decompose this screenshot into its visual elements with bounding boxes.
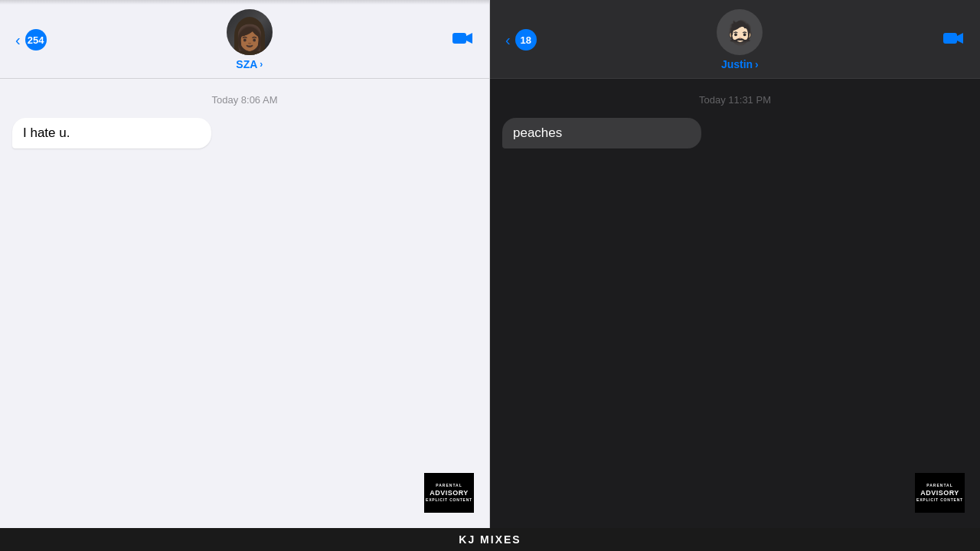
brand-label: KJ MIXES <box>459 533 521 546</box>
left-header: ‹ 254 SZA › <box>0 0 489 79</box>
contact-info-left: SZA › <box>227 9 273 70</box>
message-bubble-right: peaches <box>502 118 701 148</box>
chevron-left-icon: ‹ <box>15 31 21 49</box>
right-chat-panel: ‹ 18 Justin › Today 11:31 <box>490 0 980 528</box>
svg-rect-1 <box>943 33 957 44</box>
contact-name-right[interactable]: Justin › <box>721 58 759 70</box>
timestamp-left: Today 8:06 AM <box>0 94 489 106</box>
parental-advisory-right: PARENTAL ADVISORY EXPLICIT CONTENT <box>915 473 965 513</box>
left-chat-panel: ‹ 254 SZA › <box>0 0 490 528</box>
messages-area-left: I hate u. <box>0 118 489 528</box>
pa-box-left: PARENTAL ADVISORY EXPLICIT CONTENT <box>424 473 474 513</box>
chevron-right-icon-right: › <box>755 58 759 70</box>
timestamp-right: Today 11:31 PM <box>490 94 980 106</box>
back-button-right[interactable]: ‹ 18 <box>505 29 537 51</box>
parental-advisory-left: PARENTAL ADVISORY EXPLICIT CONTENT <box>424 473 474 513</box>
bottom-bar: KJ MIXES <box>0 528 980 551</box>
message-count-badge-right: 18 <box>515 29 537 51</box>
avatar-left[interactable] <box>227 9 273 55</box>
chevron-left-icon-right: ‹ <box>505 31 511 49</box>
avatar-sza-image <box>227 9 273 55</box>
back-button-left[interactable]: ‹ 254 <box>15 29 47 51</box>
messages-area-right: peaches <box>490 118 980 528</box>
message-bubble-left: I hate u. <box>12 118 211 148</box>
pa-box-right: PARENTAL ADVISORY EXPLICIT CONTENT <box>915 473 965 513</box>
svg-rect-0 <box>452 33 466 44</box>
right-header: ‹ 18 Justin › <box>490 0 980 79</box>
video-call-button-left[interactable] <box>452 29 474 51</box>
video-call-button-right[interactable] <box>943 29 965 51</box>
contact-name-left[interactable]: SZA › <box>236 58 263 70</box>
message-count-badge-left: 254 <box>25 29 47 51</box>
contact-info-right: Justin › <box>717 9 763 70</box>
chevron-right-icon-left: › <box>260 59 263 70</box>
avatar-right[interactable] <box>717 9 763 55</box>
